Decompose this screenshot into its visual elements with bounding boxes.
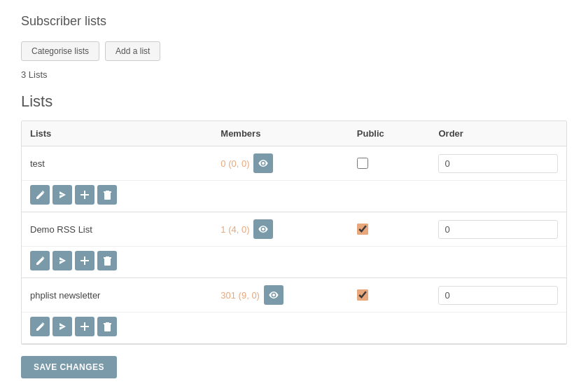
action-row [22,313,566,344]
delete-list-button[interactable] [97,185,117,205]
view-members-button[interactable] [253,153,273,173]
action-buttons-cell [22,247,566,278]
lists-table: Lists Members Public Order test0 (0, 0)D… [22,121,566,344]
add-subscriber-button[interactable] [75,317,94,336]
lists-table-container: Lists Members Public Order test0 (0, 0)D… [21,121,567,345]
order-input[interactable] [438,286,558,305]
table-row: test0 (0, 0) [22,146,566,181]
list-name-cell: test [22,146,212,181]
header-order: Order [430,121,566,146]
add-list-button[interactable]: Add a list [105,41,160,61]
edit-list-button[interactable] [30,251,50,270]
svg-marker-0 [59,191,66,198]
public-checkbox[interactable] [357,224,368,235]
order-input[interactable] [438,154,558,173]
public-cell [349,278,430,313]
table-header-row: Lists Members Public Order [22,121,566,146]
header-members: Members [212,121,349,146]
list-name-cell: phplist newsletter [22,278,212,313]
list-count: 3 Lists [21,69,567,80]
order-cell [430,278,566,313]
action-buttons-cell [22,181,566,212]
public-checkbox[interactable] [357,289,368,301]
members-count: 301 (9, 0) [220,290,260,301]
list-name-cell: Demo RSS List [22,212,212,247]
public-checkbox[interactable] [357,158,368,169]
page-title: Subscriber lists [21,14,567,29]
send-campaign-button[interactable] [52,185,72,205]
order-cell [430,212,566,247]
view-members-button[interactable] [264,285,284,305]
public-cell [349,212,430,247]
action-buttons-cell [22,313,566,344]
order-cell [430,146,566,181]
members-cell: 0 (0, 0) [212,146,349,181]
table-row: phplist newsletter301 (9, 0) [22,278,566,313]
svg-marker-1 [59,257,66,264]
edit-list-button[interactable] [30,185,50,205]
members-count: 0 (0, 0) [220,158,249,169]
delete-list-button[interactable] [97,317,117,336]
save-changes-button[interactable]: SAVE CHANGES [21,356,117,378]
header-public: Public [349,121,430,146]
section-title: Lists [21,92,567,111]
add-subscriber-button[interactable] [75,251,94,270]
svg-marker-2 [59,323,66,330]
toolbar: Categorise lists Add a list [21,41,567,61]
order-input[interactable] [438,220,558,239]
add-subscriber-button[interactable] [75,185,94,205]
public-cell [349,146,430,181]
edit-list-button[interactable] [30,317,50,336]
members-cell: 301 (9, 0) [212,278,349,313]
view-members-button[interactable] [253,219,273,239]
categorise-lists-button[interactable]: Categorise lists [21,41,99,61]
send-campaign-button[interactable] [52,251,72,270]
members-cell: 1 (4, 0) [212,212,349,247]
table-row: Demo RSS List1 (4, 0) [22,212,566,247]
action-row [22,181,566,212]
send-campaign-button[interactable] [52,317,72,336]
action-row [22,247,566,278]
header-lists: Lists [22,121,212,146]
delete-list-button[interactable] [97,251,117,270]
members-count: 1 (4, 0) [220,224,249,235]
